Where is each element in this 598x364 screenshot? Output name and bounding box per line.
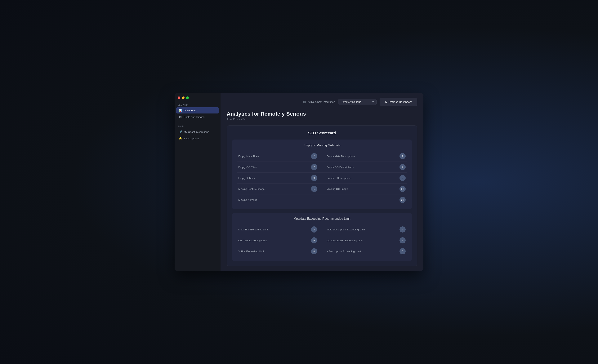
empty-meta-descriptions-value: 2 [399,153,406,159]
empty-x-descriptions-value: 9 [399,175,406,181]
missing-x-image-label: Missing X Image [238,199,257,201]
metric-x-description-exceeding: X Description Exceeding Limit 0 [322,246,407,257]
metric-empty-x-titles: Empty X Titles 9 [237,173,322,183]
sidebar-item-subscriptions-label: Subscriptions [184,137,199,140]
section-exceeding-title: Metadata Exceeding Recommended Limit [237,217,407,221]
meta-description-exceeding-label: Meta Description Exceeding Limit [327,228,365,231]
empty-meta-descriptions-label: Empty Meta Descriptions [327,155,355,158]
analytics-title: Analytics for Remotely Serious [227,111,417,117]
og-description-exceeding-label: OG Description Exceeding Limit [327,239,363,242]
sidebar-section-admin-label: Admin [174,124,221,129]
metric-empty-x-descriptions: Empty X Descriptions 9 [322,173,407,183]
x-title-exceeding-value: 0 [311,248,317,254]
empty-og-descriptions-label: Empty OG Descriptions [327,166,354,169]
empty-x-titles-value: 9 [311,175,317,181]
metric-missing-feature-image: Missing Feature Image 24 [237,183,322,194]
row-missing-x-image: Missing X Image 21 [237,194,407,205]
refresh-icon: ↻ [385,100,387,104]
subscriptions-icon: ⭐ [179,137,182,140]
sidebar: SEO Audit 📊 Dashboard 🖼 Posts and Images… [174,93,221,271]
row-exceeding-x: X Title Exceeding Limit 0 X Description … [237,246,407,257]
refresh-dashboard-button[interactable]: ↻ Refresh Dashboard [380,98,417,106]
window-controls [174,96,221,102]
missing-feature-image-label: Missing Feature Image [238,188,265,190]
main-content: Active Ghost Integration Remotely Seriou… [221,93,424,271]
section-missing-metadata: Empty or Missing Metadata Empty Meta Tit… [232,140,412,209]
integration-indicator: Active Ghost Integration [303,100,335,103]
sidebar-item-ghost-integrations-label: My Ghost Integrations [184,131,209,133]
minimize-button[interactable] [182,96,184,99]
sidebar-item-subscriptions[interactable]: ⭐ Subscriptions [176,135,219,141]
ghost-integrations-icon: 🔗 [179,130,182,133]
x-title-exceeding-label: X Title Exceeding Limit [238,250,265,253]
missing-og-image-label: Missing OG Image [327,188,348,190]
dashboard-icon: 📊 [179,109,182,112]
metric-empty-meta-titles: Empty Meta Titles 2 [237,151,322,162]
og-description-exceeding-value: 7 [399,237,406,243]
sidebar-item-dashboard-label: Dashboard [184,109,196,112]
section-missing-title: Empty or Missing Metadata [237,144,407,147]
top-bar: Active Ghost Integration Remotely Seriou… [227,98,417,106]
section-exceeding-metadata: Metadata Exceeding Recommended Limit Met… [232,213,412,261]
meta-title-exceeding-value: 3 [311,226,317,232]
metric-x-title-exceeding: X Title Exceeding Limit 0 [237,246,322,257]
row-exceeding-meta: Meta Title Exceeding Limit 3 Meta Descri… [237,224,407,235]
sidebar-item-dashboard[interactable]: 📊 Dashboard [176,107,219,114]
posts-images-icon: 🖼 [179,116,182,118]
empty-og-titles-label: Empty OG Titles [238,166,257,169]
missing-feature-image-value: 24 [311,186,317,192]
integration-select[interactable]: Remotely Serious [338,99,376,105]
metric-empty-meta-descriptions: Empty Meta Descriptions 2 [322,151,407,162]
metric-og-description-exceeding: OG Description Exceeding Limit 7 [322,235,407,246]
maximize-button[interactable] [186,96,189,99]
refresh-label: Refresh Dashboard [389,100,412,104]
row-empty-meta: Empty Meta Titles 2 Empty Meta Descripti… [237,151,407,162]
analytics-subtitle: Total Posts: 494 [227,118,417,121]
integration-status-dot [303,101,306,103]
close-button[interactable] [178,96,180,99]
seo-scorecard: SEO Scorecard Empty or Missing Metadata … [227,125,417,266]
empty-meta-titles-label: Empty Meta Titles [238,155,259,158]
empty-x-titles-label: Empty X Titles [238,177,255,180]
app-window: SEO Audit 📊 Dashboard 🖼 Posts and Images… [174,93,424,271]
metric-meta-description-exceeding: Meta Description Exceeding Limit 4 [322,224,407,235]
og-title-exceeding-value: 6 [311,237,317,243]
x-description-exceeding-value: 0 [399,248,406,254]
integration-label: Active Ghost Integration [307,100,335,103]
metric-meta-title-exceeding: Meta Title Exceeding Limit 3 [237,224,322,235]
sidebar-item-ghost-integrations[interactable]: 🔗 My Ghost Integrations [176,129,219,135]
metric-og-title-exceeding: OG Title Exceeding Limit 6 [237,235,322,246]
missing-og-image-value: 21 [399,186,406,192]
empty-x-descriptions-label: Empty X Descriptions [327,177,351,180]
scorecard-title: SEO Scorecard [232,131,412,135]
empty-meta-titles-value: 2 [311,153,317,159]
metric-empty-og-titles: Empty OG Titles 2 [237,162,322,173]
metric-empty-og-descriptions: Empty OG Descriptions 2 [322,162,407,173]
row-missing-images: Missing Feature Image 24 Missing OG Imag… [237,183,407,194]
empty-og-descriptions-value: 2 [399,164,406,170]
metric-missing-og-image: Missing OG Image 21 [322,183,407,194]
row-exceeding-og: OG Title Exceeding Limit 6 OG Descriptio… [237,235,407,246]
missing-x-image-value: 21 [399,197,406,203]
meta-description-exceeding-value: 4 [399,226,406,232]
x-description-exceeding-label: X Description Exceeding Limit [327,250,361,253]
meta-title-exceeding-label: Meta Title Exceeding Limit [238,228,269,231]
row-empty-x: Empty X Titles 9 Empty X Descriptions 9 [237,173,407,183]
sidebar-item-posts-images-label: Posts and Images [184,116,204,118]
sidebar-section-main-label: SEO Audit [174,102,221,107]
empty-og-titles-value: 2 [311,164,317,170]
og-title-exceeding-label: OG Title Exceeding Limit [238,239,267,242]
row-empty-og: Empty OG Titles 2 Empty OG Descriptions … [237,162,407,173]
sidebar-item-posts-images[interactable]: 🖼 Posts and Images [176,114,219,120]
